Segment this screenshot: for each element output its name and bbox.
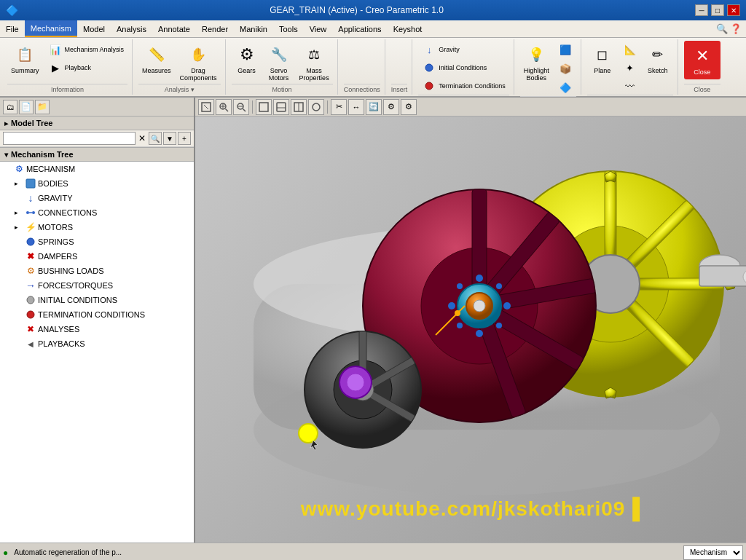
termination-conditions-label: Termination Conditions xyxy=(439,82,506,90)
model-tree-expander[interactable]: ▸ xyxy=(4,119,8,127)
main-area: 🗂 📄 📁 ▸ Model Tree ✕ 🔍 ▼ + ▾ Mechanism T… xyxy=(0,98,746,543)
add-button[interactable]: + xyxy=(178,132,191,145)
menu-render[interactable]: Render xyxy=(196,20,234,37)
tree-item-initial[interactable]: INITIAL CONDITIONS xyxy=(0,293,194,307)
menu-applications[interactable]: Applications xyxy=(332,20,387,37)
maximize-button[interactable]: □ xyxy=(711,4,724,16)
springs-icon xyxy=(25,236,36,248)
tree-item-dampers[interactable]: ✖ DAMPERS xyxy=(0,249,194,264)
datum-btn2[interactable]: ✦ xyxy=(619,59,641,76)
menu-model[interactable]: Model xyxy=(77,20,111,37)
menu-file[interactable]: File xyxy=(0,20,25,37)
mechanism-tree-header[interactable]: ▾ Mechanism Tree xyxy=(0,147,194,162)
summary-button[interactable]: 📋 Summary xyxy=(7,41,43,76)
panel-tool-2[interactable]: 📄 xyxy=(19,100,34,114)
initial-conditions-button[interactable]: Initial Conditions xyxy=(418,59,509,76)
minimize-button[interactable]: ─ xyxy=(695,4,708,16)
termination-conditions-button[interactable]: Termination Conditions xyxy=(418,77,509,95)
highlight-bodies-button[interactable]: 💡 HighlightBodies xyxy=(520,41,553,84)
vp-rotate-btn[interactable]: 🔄 xyxy=(366,99,382,115)
tree-item-bushing[interactable]: ⚙ BUSHING LOADS xyxy=(0,264,194,278)
measures-button[interactable]: 📏 Measures xyxy=(138,41,175,76)
sketch-icon: ✏ xyxy=(646,43,670,66)
search-icon[interactable]: 🔍 xyxy=(716,23,728,34)
mechanism-analysis-button[interactable]: 📊 Mechanism Analysis xyxy=(44,41,128,58)
vp-settings-btn2[interactable]: ⚙ xyxy=(401,99,417,115)
tree-item-playbacks[interactable]: ◀ PLAYBACKS xyxy=(0,336,194,351)
model-tree-header[interactable]: ▸ Model Tree xyxy=(0,117,194,130)
analysis-group-label: Analysis ▾ xyxy=(138,84,221,93)
panel-tool-1[interactable]: 🗂 xyxy=(3,100,17,114)
tree-search-input[interactable] xyxy=(3,132,136,145)
forces-label: FORCES/TORQUES xyxy=(38,281,113,290)
ribbon-content: 📋 Summary 📊 Mechanism Analysis ▶ Playbac… xyxy=(0,38,746,96)
menu-keyshot[interactable]: Keyshot xyxy=(388,20,428,37)
motors-expand[interactable]: ▸ xyxy=(15,224,23,231)
gears-button[interactable]: ⚙ Gears xyxy=(232,41,262,76)
menu-analysis[interactable]: Analysis xyxy=(111,20,152,37)
vp-view-btn1[interactable] xyxy=(256,99,272,115)
vp-settings-btn1[interactable]: ⚙ xyxy=(383,99,399,115)
filter-button[interactable]: ▼ xyxy=(163,132,176,145)
bodies-btn3[interactable]: 🔷 xyxy=(554,79,576,96)
datum-btn3[interactable]: 〰 xyxy=(619,77,641,95)
vp-snap-btn[interactable]: ✂ xyxy=(331,99,347,115)
drag-components-button[interactable]: ✋ DragComponents xyxy=(176,41,221,84)
ribbon-group-datum: ◻ Plane 📐 ✦ 〰 ✏ Sketch xyxy=(583,39,678,95)
datum-btn1[interactable]: 📐 xyxy=(619,41,641,58)
menu-annotate[interactable]: Annotate xyxy=(152,20,196,37)
mechanism-tree-expander[interactable]: ▾ xyxy=(4,151,8,159)
close-window-button[interactable]: ✕ xyxy=(727,4,740,16)
svg-point-56 xyxy=(496,323,502,328)
servo-motors-button[interactable]: 🔧 ServoMotors xyxy=(264,41,294,84)
vp-fit-btn[interactable] xyxy=(198,99,214,115)
gravity-button[interactable]: ↓ Gravity xyxy=(418,41,509,58)
vp-view-btn3[interactable] xyxy=(291,99,307,115)
initial-label: INITIAL CONDITIONS xyxy=(38,296,117,304)
vp-view-btn4[interactable] xyxy=(308,99,324,115)
datum-icon3: 〰 xyxy=(623,79,637,93)
bodies-btn1[interactable]: 🟦 xyxy=(554,41,576,58)
bodies-expand[interactable]: ▸ xyxy=(15,180,23,187)
panel-tool-3[interactable]: 📁 xyxy=(35,100,50,114)
tree-item-motors[interactable]: ▸ ⚡ MOTORS xyxy=(0,220,194,234)
vp-view-btn2[interactable] xyxy=(273,99,289,115)
tree-item-forces[interactable]: → FORCES/TORQUES xyxy=(0,278,194,293)
clear-search-icon[interactable]: ✕ xyxy=(137,133,147,143)
menu-mechanism[interactable]: Mechanism xyxy=(25,20,77,37)
menu-tools[interactable]: Tools xyxy=(273,20,304,37)
menu-manikin[interactable]: Manikin xyxy=(234,20,273,37)
tree-item-termination[interactable]: TERMINATION CONDITIONS xyxy=(0,307,194,322)
vp-zoom-out-btn[interactable] xyxy=(233,99,249,115)
plane-button[interactable]: ◻ Plane xyxy=(587,41,618,76)
sketch-button[interactable]: ✏ Sketch xyxy=(643,41,673,76)
model-tree-label: Model Tree xyxy=(11,119,52,127)
ribbon-col-props: ↓ Gravity Initial Conditions Terminati xyxy=(418,41,509,95)
close-ribbon-button[interactable]: ✕ Close xyxy=(684,41,721,79)
tree-item-gravity[interactable]: ↓ GRAVITY xyxy=(0,191,194,205)
tree-item-analyses[interactable]: ✖ ANALYSES xyxy=(0,322,194,336)
tree-item-mechanism[interactable]: ⚙ MECHANISM xyxy=(0,162,194,176)
vp-pan-btn[interactable]: ↔ xyxy=(348,99,364,115)
tree-item-springs[interactable]: SPRINGS xyxy=(0,234,194,249)
svg-point-57 xyxy=(457,283,463,289)
svg-point-52 xyxy=(503,302,511,309)
tree-item-bodies[interactable]: ▸ BODIES xyxy=(0,176,194,191)
viewport[interactable]: ✂ ↔ 🔄 ⚙ ⚙ xyxy=(195,98,746,543)
bodies-btn2[interactable]: 📦 xyxy=(554,60,576,77)
tree-item-connections[interactable]: ▸ CONNECTIONS xyxy=(0,205,194,220)
search-button[interactable]: 🔍 xyxy=(149,132,162,145)
mechanism-dropdown[interactable]: Mechanism xyxy=(683,545,743,560)
playback-button[interactable]: ▶ Playback xyxy=(44,59,128,76)
viewport-3d[interactable]: www.youtube.com/jkskothari09▐ xyxy=(195,117,746,543)
drag-icon: ✋ xyxy=(186,43,210,66)
summary-label: Summary xyxy=(11,67,39,74)
svg-point-68 xyxy=(455,310,460,316)
mass-properties-button[interactable]: ⚖ MassProperties xyxy=(296,41,333,84)
help-icon[interactable]: ❓ xyxy=(730,23,742,34)
ribbon-col-1: 📊 Mechanism Analysis ▶ Playback xyxy=(44,41,128,76)
connections-expand[interactable]: ▸ xyxy=(15,209,23,216)
bushing-icon: ⚙ xyxy=(25,265,36,277)
menu-view[interactable]: View xyxy=(304,20,333,37)
vp-zoom-in-btn[interactable] xyxy=(216,99,232,115)
